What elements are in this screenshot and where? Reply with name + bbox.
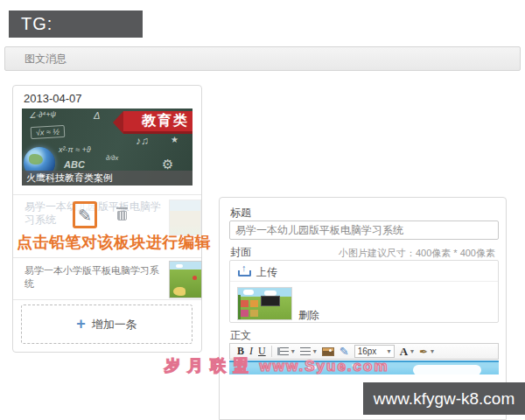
chalk-doodle: √x ≈ ½ <box>31 125 66 139</box>
section-title: 图文消息 <box>24 52 66 65</box>
divider <box>13 257 201 258</box>
content-image-cloud <box>413 365 481 374</box>
chevron-down-icon[interactable]: ▾ <box>410 347 414 355</box>
chevron-down-icon[interactable]: ▾ <box>430 347 434 355</box>
insert-image-button[interactable] <box>322 347 334 356</box>
bullet-list-button[interactable] <box>300 347 311 355</box>
cover-label: 封面 <box>230 245 251 260</box>
category-ribbon: 教育类 <box>123 111 192 134</box>
tutorial-annotation: 点击铅笔对该板块进行编辑 <box>17 232 211 253</box>
cover-size-hint: 小图片建议尺寸：400像素 * 400像素 <box>339 247 495 260</box>
article-cover-image[interactable]: ∠·∂⁴+ψ Δ √x ≈ ½ x²·π ≈ +ϑ ∂/∂x ABC ♪♫ ★ … <box>22 108 192 186</box>
chalk-doodle: x²·π ≈ +ϑ <box>59 145 91 154</box>
item-thumbnail-faded <box>169 200 201 235</box>
upload-button[interactable]: ↑ 上传 <box>230 261 498 282</box>
pencil-icon: ✎ <box>78 206 92 225</box>
title-input[interactable] <box>229 220 499 240</box>
chevron-down-icon[interactable]: ▾ <box>291 347 295 355</box>
star-icon: ★ <box>171 135 178 144</box>
upload-icon: ↑ <box>238 264 251 276</box>
edit-pencil-button[interactable]: ✎ <box>73 201 97 228</box>
body-label: 正文 <box>230 328 251 343</box>
trash-icon <box>116 207 128 209</box>
section-header: 图文消息 <box>4 46 521 71</box>
chalk-abc: ABC <box>64 159 85 170</box>
plus-icon: + <box>76 315 86 333</box>
divider <box>13 299 201 300</box>
list-item-title[interactable]: 易学一本小学版平板电脑学习系统 <box>24 264 166 290</box>
article-card: 2013-04-07 ∠·∂⁴+ψ Δ √x ≈ ½ x²·π ≈ +ϑ ∂/∂… <box>12 85 202 353</box>
item-thumbnail <box>169 261 202 298</box>
category-ribbon-label: 教育类 <box>142 112 189 130</box>
upload-label: 上传 <box>256 265 277 280</box>
watermark-text: 岁月联盟 <box>164 357 256 374</box>
delete-cover-link[interactable]: 删除 <box>298 308 319 323</box>
add-item-label: 增加一条 <box>92 317 137 332</box>
title-label: 标题 <box>230 206 251 220</box>
watermark-url: www.Syue.com <box>259 358 388 374</box>
ordered-list-button[interactable] <box>277 347 289 355</box>
divider <box>13 194 201 195</box>
cover-caption: 火鹰科技教育类案例 <box>22 171 192 186</box>
chalk-flask-icon: Δ <box>94 110 100 121</box>
cover-thumbnail <box>237 287 292 320</box>
highlight-color-button[interactable]: ✒ <box>419 346 428 358</box>
music-notes-icon: ♪♫ <box>136 135 149 147</box>
site-watermark: 岁月联盟 www.Syue.com <box>164 355 389 376</box>
add-item-button[interactable]: + 增加一条 <box>21 304 192 344</box>
chalk-doodle: ∂/∂x <box>106 154 118 162</box>
cover-upload-box: ↑ 上传 删除 <box>229 260 499 323</box>
article-date: 2013-04-07 <box>24 92 82 105</box>
font-color-button[interactable]: A <box>400 344 408 359</box>
chevron-down-icon: ▾ <box>388 347 391 355</box>
site-url-badge: www.kfygw-k8.com <box>363 382 525 415</box>
chevron-down-icon[interactable]: ▾ <box>313 347 317 355</box>
telegram-tag-badge: TG: MYYJJPP <box>9 10 143 38</box>
delete-item-button[interactable] <box>116 207 128 221</box>
chalk-doodle: ∠·∂⁴+ψ <box>29 109 57 120</box>
